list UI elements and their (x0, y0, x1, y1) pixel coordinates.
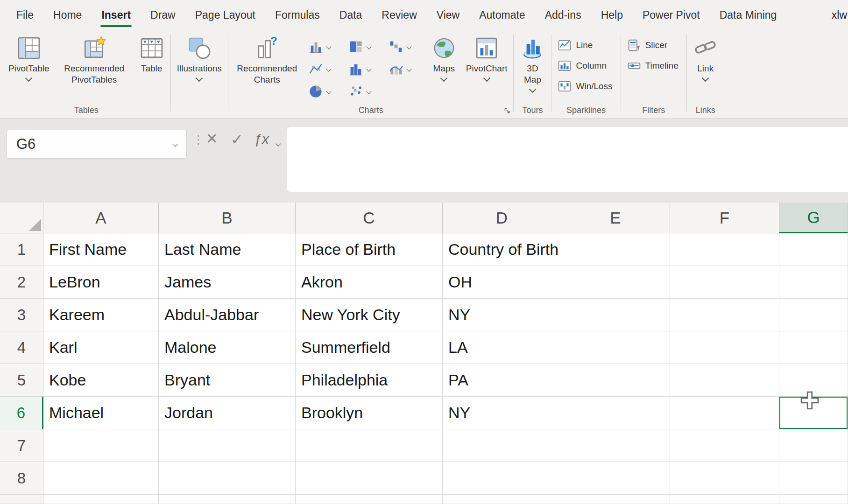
cell-d8[interactable] (443, 462, 561, 495)
row-header-2[interactable]: 2 (0, 266, 43, 299)
cell-f4[interactable] (670, 331, 779, 364)
cell-f5[interactable] (670, 364, 779, 397)
column-header-d[interactable]: D (443, 203, 561, 233)
menu-tab-file[interactable]: File (7, 0, 43, 30)
menu-tab-insert[interactable]: Insert (92, 0, 141, 30)
cell-c8[interactable] (296, 462, 443, 495)
sparkline-winloss-button[interactable]: Win/Loss (558, 79, 612, 93)
cell-f7[interactable] (670, 429, 779, 462)
cell-a7[interactable] (43, 429, 159, 462)
cell-a4[interactable]: Karl (43, 331, 159, 364)
enter-icon[interactable]: ✓ (231, 131, 243, 148)
cell-b6[interactable]: Jordan (159, 397, 296, 429)
recommended-pivottables-button[interactable]: Recommended PivotTables (54, 34, 134, 87)
menu-tab-view[interactable]: View (427, 0, 469, 30)
cell-d5[interactable]: PA (443, 364, 561, 397)
column-header-e[interactable]: E (561, 203, 670, 233)
menu-tab-add-ins[interactable]: Add-ins (535, 0, 591, 30)
cell-c7[interactable] (296, 429, 443, 462)
menu-tab-power-pivot[interactable]: Power Pivot (633, 0, 710, 30)
cell-g3[interactable] (779, 299, 848, 331)
cell-d4[interactable]: LA (443, 331, 561, 364)
charts-dialog-launcher-icon[interactable] (503, 107, 511, 114)
cell-f2[interactable] (670, 266, 779, 299)
sparkline-column-button[interactable]: Column (558, 59, 606, 73)
slicer-button[interactable]: Slicer (627, 38, 668, 52)
timeline-button[interactable]: Timeline (627, 59, 678, 73)
cell-c2[interactable]: Akron (296, 266, 443, 299)
cell-e6[interactable] (561, 397, 670, 429)
cell-g8[interactable] (779, 462, 848, 495)
cell-c5[interactable]: Philadelphia (296, 364, 443, 397)
cell-c1[interactable]: Place of Birth (296, 233, 443, 266)
insert-scatter-chart-button[interactable] (346, 83, 386, 100)
row-header-4[interactable]: 4 (0, 331, 43, 364)
cell-a1[interactable]: First Name (43, 233, 159, 266)
name-box-chevron-icon[interactable] (172, 141, 177, 147)
cell-d3[interactable]: NY (443, 299, 561, 331)
row-header-5[interactable]: 5 (0, 364, 43, 397)
insert-function-icon[interactable]: ƒx (254, 132, 269, 147)
row-header-8[interactable]: 8 (0, 462, 43, 495)
insert-line-chart-button[interactable] (305, 61, 346, 77)
menu-tab-home[interactable]: Home (43, 0, 92, 30)
row-header-partial[interactable] (0, 495, 43, 504)
cell-e3[interactable] (561, 299, 670, 331)
insert-hierarchy-chart-button[interactable] (346, 38, 386, 55)
insert-pie-chart-button[interactable] (305, 83, 346, 100)
cell-g1[interactable] (779, 233, 848, 266)
cell-f8[interactable] (670, 462, 779, 495)
cell-f1[interactable] (670, 233, 779, 266)
cell-c3[interactable]: New York City (296, 299, 443, 331)
column-header-b[interactable]: B (159, 203, 296, 233)
cell-a3[interactable]: Kareem (43, 299, 159, 331)
cancel-icon[interactable]: × (206, 128, 217, 149)
insert-combo-chart-button[interactable] (386, 61, 426, 77)
cell-b3[interactable]: Abdul-Jabbar (159, 299, 296, 331)
row-header-7[interactable]: 7 (0, 429, 43, 462)
sparkline-line-button[interactable]: Line (558, 38, 593, 52)
menu-tab-data-mining[interactable]: Data Mining (710, 0, 787, 30)
cell-g2[interactable] (779, 266, 848, 299)
insert-statistic-chart-button[interactable] (346, 61, 386, 77)
pivottable-button[interactable]: PivotTable (4, 34, 54, 83)
3d-map-button[interactable]: 3D Map (515, 34, 550, 94)
cell[interactable] (443, 495, 561, 504)
cell-d6[interactable]: NY (443, 397, 561, 429)
cell-e7[interactable] (561, 429, 670, 462)
menu-tab-draw[interactable]: Draw (141, 0, 185, 30)
row-header-6[interactable]: 6 (0, 397, 43, 429)
cell-b7[interactable] (159, 429, 296, 462)
cell-g4[interactable] (779, 331, 848, 364)
cell-b5[interactable]: Bryant (159, 364, 296, 397)
cell-e5[interactable] (561, 364, 670, 397)
cell-a5[interactable]: Kobe (43, 364, 159, 397)
cell-b2[interactable]: James (159, 266, 296, 299)
menu-tab-review[interactable]: Review (372, 0, 426, 30)
cell-f6[interactable] (670, 397, 779, 429)
recommended-charts-button[interactable]: ? Recommended Charts (230, 34, 304, 87)
cell-a6[interactable]: Michael (43, 397, 159, 429)
cell-f3[interactable] (670, 299, 779, 331)
cell-g5[interactable] (779, 364, 848, 397)
row-header-1[interactable]: 1 (0, 233, 43, 266)
cell-c6[interactable]: Brooklyn (296, 397, 443, 429)
column-header-a[interactable]: A (43, 203, 159, 233)
pivotchart-button[interactable]: PivotChart (461, 34, 512, 83)
menu-tab-overflow[interactable]: xlw (832, 0, 848, 30)
column-header-c[interactable]: C (296, 203, 443, 233)
cell-a8[interactable] (43, 462, 159, 495)
cell-g7[interactable] (779, 429, 848, 462)
cell-b4[interactable]: Malone (159, 331, 296, 364)
cell-d2[interactable]: OH (443, 266, 561, 299)
select-all-corner[interactable] (0, 203, 43, 233)
cell-b1[interactable]: Last Name (159, 233, 296, 266)
cell[interactable] (159, 495, 296, 504)
formula-bar-input[interactable] (287, 127, 848, 192)
cell[interactable] (561, 495, 670, 504)
illustrations-button[interactable]: Illustrations (172, 34, 226, 83)
row-header-3[interactable]: 3 (0, 299, 43, 331)
menu-tab-page-layout[interactable]: Page Layout (185, 0, 265, 30)
cell[interactable] (43, 495, 159, 504)
cell-e1[interactable] (561, 233, 670, 266)
